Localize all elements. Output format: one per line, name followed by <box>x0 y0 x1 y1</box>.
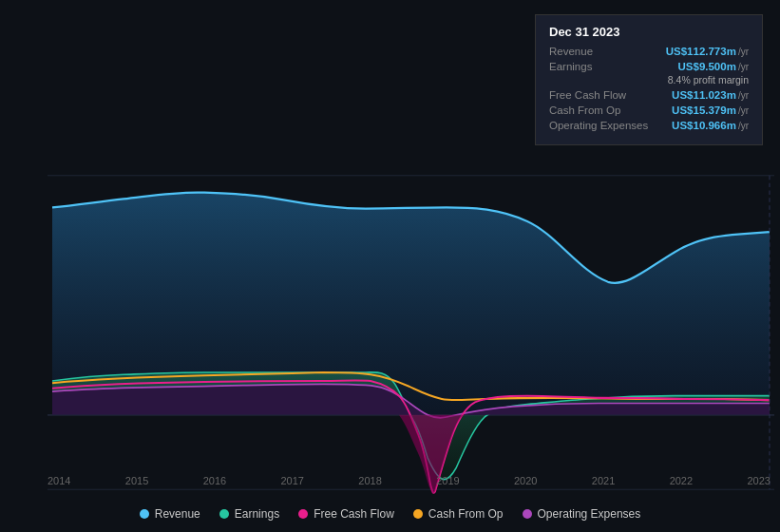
x-label-2020: 2020 <box>514 475 537 486</box>
cashfromop-row: Cash From Op US$15.379m/yr <box>549 104 749 116</box>
x-label-2015: 2015 <box>125 475 148 486</box>
fcf-value: US$11.023m <box>672 89 736 101</box>
legend-fcf-label: Free Cash Flow <box>314 507 394 521</box>
opex-row: Operating Expenses US$10.966m/yr <box>549 120 749 131</box>
fcf-row: Free Cash Flow US$11.023m/yr <box>549 89 749 101</box>
fcf-label: Free Cash Flow <box>549 89 626 101</box>
x-label-2023: 2023 <box>747 475 770 486</box>
cashfromop-value: US$15.379m <box>672 104 736 116</box>
x-label-2017: 2017 <box>280 475 303 486</box>
legend-revenue[interactable]: Revenue <box>140 507 200 521</box>
legend-earnings-label: Earnings <box>235 507 279 521</box>
earnings-unit: /yr <box>738 62 749 72</box>
x-axis: 2014 2015 2016 2017 2018 2019 2020 2021 … <box>48 475 770 486</box>
x-label-2021: 2021 <box>592 475 615 486</box>
profit-margin-text: 8.4% profit margin <box>668 74 749 86</box>
chart-legend: Revenue Earnings Free Cash Flow Cash Fro… <box>0 507 780 521</box>
x-label-2022: 2022 <box>670 475 693 486</box>
opex-label: Operating Expenses <box>549 120 648 131</box>
legend-earnings-dot <box>219 509 229 519</box>
legend-opex[interactable]: Operating Expenses <box>523 507 641 521</box>
revenue-value: US$112.773m <box>666 46 736 57</box>
legend-earnings[interactable]: Earnings <box>219 507 279 521</box>
tooltip-date: Dec 31 2023 <box>549 25 749 39</box>
revenue-label: Revenue <box>549 46 593 57</box>
cashfromop-label: Cash From Op <box>549 104 620 116</box>
fcf-unit: /yr <box>738 90 749 101</box>
earnings-label: Earnings <box>549 61 592 72</box>
legend-fcf[interactable]: Free Cash Flow <box>298 507 394 521</box>
earnings-row: Earnings US$9.500m/yr <box>549 61 749 72</box>
legend-revenue-label: Revenue <box>155 507 200 521</box>
legend-opex-label: Operating Expenses <box>538 507 641 521</box>
revenue-row: Revenue US$112.773m/yr <box>549 46 749 57</box>
x-label-2018: 2018 <box>358 475 381 486</box>
legend-cashfromop-label: Cash From Op <box>428 507 504 521</box>
x-label-2014: 2014 <box>48 475 70 486</box>
opex-unit: /yr <box>738 121 749 131</box>
info-tooltip: Dec 31 2023 Revenue US$112.773m/yr Earni… <box>535 14 763 145</box>
revenue-unit: /yr <box>738 47 749 57</box>
legend-cashfromop-dot <box>413 509 423 519</box>
opex-value: US$10.966m <box>672 120 736 131</box>
x-label-2016: 2016 <box>203 475 226 486</box>
cashfromop-unit: /yr <box>738 105 749 116</box>
profit-margin-row: 8.4% profit margin <box>549 74 749 86</box>
legend-cashfromop[interactable]: Cash From Op <box>413 507 504 521</box>
legend-revenue-dot <box>140 509 149 519</box>
x-label-2019: 2019 <box>436 475 459 486</box>
legend-opex-dot <box>523 509 532 519</box>
legend-fcf-dot <box>298 509 308 519</box>
earnings-value: US$9.500m <box>678 61 736 72</box>
